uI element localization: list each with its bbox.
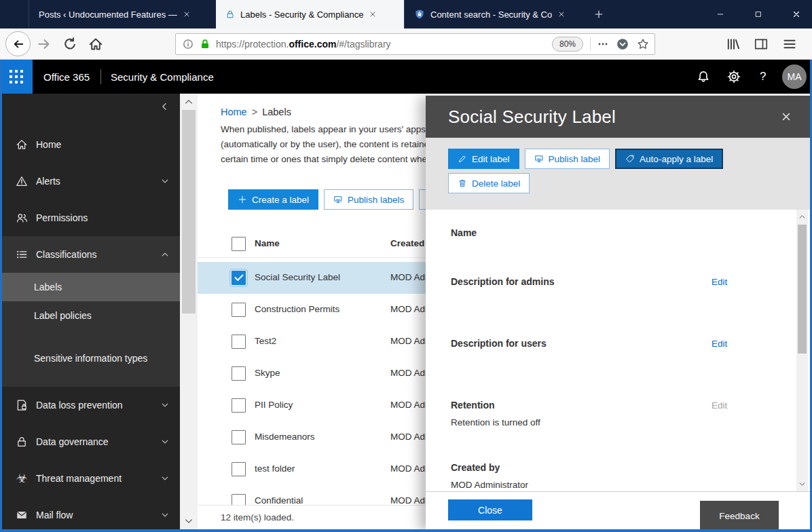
button-label: Auto-apply a label [640, 154, 713, 164]
pocket-icon[interactable] [616, 38, 629, 50]
url-bar[interactable]: https://protection.office.com/#/tagslibr… [175, 33, 655, 55]
select-all-checkbox[interactable] [232, 237, 246, 251]
breadcrumb-home-link[interactable]: Home [221, 107, 247, 117]
sidebar-item-data-governance[interactable]: Data governance [2, 423, 180, 460]
sidebar-item-sensitive-info-types[interactable]: Sensitive information types [2, 330, 180, 387]
app-launcher-button[interactable] [0, 60, 33, 94]
publish-label-button[interactable]: Publish label [525, 149, 610, 169]
row-checkbox[interactable] [232, 366, 246, 381]
sidebar-item-alerts[interactable]: Alerts [2, 163, 180, 200]
window-border-bottom [0, 529, 812, 532]
sidebar-item-mail-flow[interactable]: Mail flow [2, 497, 180, 529]
label-name[interactable]: Construction Permits [255, 304, 339, 314]
refresh-button[interactable] [62, 37, 77, 52]
row-checkbox[interactable] [232, 398, 246, 413]
scrollbar-thumb[interactable] [182, 110, 196, 314]
desc-users-edit-link[interactable]: Edit [712, 339, 727, 349]
sidebar-item-label-policies[interactable]: Label policies [2, 301, 180, 330]
new-tab-button[interactable] [585, 0, 612, 28]
label-name[interactable]: Misdemeanors [255, 432, 315, 442]
avatar[interactable]: MA [782, 64, 807, 89]
row-checkbox[interactable] [232, 430, 246, 444]
label-name[interactable]: test folder [255, 463, 295, 474]
sidebar-item-home[interactable]: Home [2, 126, 180, 163]
maximize-button[interactable] [740, 0, 777, 28]
chevron-down-icon [161, 511, 169, 519]
tab-posts[interactable]: Posts ‹ Undocumented Features — [29, 0, 216, 28]
page-scrollbar[interactable] [180, 94, 198, 529]
minimize-icon [716, 10, 724, 18]
sidebar-item-label: Sensitive information types [34, 345, 149, 372]
https-lock-icon [200, 39, 210, 50]
scroll-down-icon[interactable] [184, 516, 193, 526]
close-window-button[interactable] [778, 0, 812, 28]
tab-title: Posts ‹ Undocumented Features — [39, 10, 177, 20]
home-icon [16, 138, 28, 151]
chevron-down-icon [161, 438, 169, 446]
sidebar-item-threat-management[interactable]: ☣ Threat management [2, 460, 180, 497]
label-name[interactable]: Social Security Label [255, 272, 340, 282]
tab-close-icon[interactable] [183, 10, 191, 18]
sidebar-item-classifications[interactable]: Classifications [2, 236, 180, 273]
tab-close-icon[interactable] [557, 10, 566, 18]
back-button[interactable] [5, 31, 31, 56]
sidebar-toggle-icon[interactable] [754, 37, 769, 52]
panel-scrollbar[interactable] [796, 210, 808, 491]
publish-labels-button[interactable]: Publish labels [324, 189, 413, 210]
page-actions-icon[interactable] [597, 39, 608, 50]
create-label-button[interactable]: Create a label [228, 189, 318, 210]
panel-header: Social Security Label [426, 96, 810, 138]
browser-toolbar: https://protection.office.com/#/tagslibr… [0, 28, 812, 60]
scrollbar-thumb[interactable] [798, 225, 807, 354]
panel-toolbar: Edit label Publish label Auto-apply a la… [426, 138, 810, 210]
sidebar-collapse-icon[interactable] [160, 102, 169, 111]
button-label: Edit label [472, 154, 510, 164]
help-button[interactable]: ? [760, 60, 766, 94]
zoom-badge[interactable]: 80% [552, 37, 583, 52]
sidebar-item-permissions[interactable]: Permissions [2, 200, 180, 236]
auto-apply-label-button[interactable]: Auto-apply a label [615, 149, 723, 169]
retention-value: Retention is turned off [451, 417, 540, 428]
product-title: Security & Compliance [111, 60, 214, 94]
settings-gear-icon[interactable] [727, 70, 741, 83]
edit-label-button[interactable]: Edit label [448, 149, 519, 169]
panel-close-icon[interactable] [780, 111, 792, 123]
row-checkbox[interactable] [232, 462, 246, 476]
waffle-icon [10, 70, 23, 83]
library-icon[interactable] [725, 37, 740, 52]
scroll-down-icon[interactable] [798, 480, 806, 488]
tab-content-search[interactable]: Content search - Security & Co [404, 0, 579, 28]
tab-title: Labels - Security & Compliance [240, 10, 363, 20]
label-name[interactable]: Test2 [255, 336, 276, 346]
scroll-up-icon[interactable] [184, 97, 193, 107]
sidebar-item-label: Alerts [36, 176, 60, 187]
office-brand[interactable]: Office 365 [43, 60, 90, 94]
scroll-up-icon[interactable] [798, 213, 806, 221]
feedback-button[interactable]: Feedback [700, 501, 779, 529]
button-label: Publish labels [348, 195, 404, 205]
notifications-bell-icon[interactable] [697, 70, 710, 83]
page-info-icon[interactable] [183, 39, 193, 50]
name-column-header[interactable]: Name [255, 238, 280, 248]
sidebar-item-labels[interactable]: Labels [2, 273, 180, 301]
close-panel-button[interactable]: Close [448, 499, 532, 520]
menu-icon[interactable] [782, 37, 797, 52]
minimize-button[interactable] [702, 0, 739, 28]
desc-users-label: Description for users [451, 338, 547, 349]
label-name[interactable]: Confidential [255, 495, 303, 506]
forward-button[interactable] [37, 37, 52, 52]
bookmark-star-icon[interactable] [637, 38, 649, 50]
tab-labels[interactable]: Labels - Security & Compliance [216, 0, 404, 28]
maximize-icon [754, 10, 762, 18]
desc-admins-edit-link[interactable]: Edit [712, 277, 727, 287]
row-checkbox[interactable] [232, 335, 246, 349]
row-checkbox[interactable] [232, 303, 246, 317]
created-by-label: Created by [451, 462, 500, 473]
sidebar-item-dlp[interactable]: Data loss prevention [2, 387, 180, 423]
home-button[interactable] [88, 37, 103, 52]
delete-label-button[interactable]: Delete label [448, 173, 530, 193]
label-name[interactable]: Skype [255, 368, 280, 378]
row-checkbox[interactable] [232, 271, 246, 285]
label-name[interactable]: PII Policy [255, 400, 293, 410]
tab-close-icon[interactable] [369, 10, 377, 18]
